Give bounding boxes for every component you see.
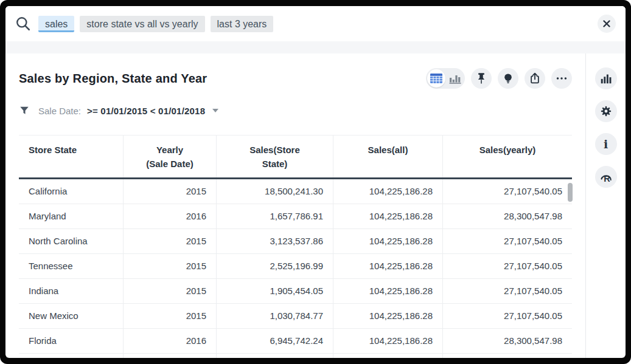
page-title: Sales by Region, State and Year — [19, 72, 207, 86]
cell-sales-yearly: 27,107,540.05 — [442, 304, 572, 328]
column-header-store-state[interactable]: Store State — [19, 136, 123, 177]
column-header-sales-yearly[interactable]: Sales(yearly) — [442, 136, 572, 177]
results-table: Store State Yearly (Sale Date) Sales(Sto… — [19, 135, 572, 358]
column-header-label: Sales(yearly) — [453, 143, 562, 157]
share-icon — [528, 72, 542, 85]
pushpin-icon — [475, 72, 488, 85]
cell-sales-yearly: 27,107,540.05 — [442, 229, 572, 253]
table-icon — [430, 74, 442, 83]
cell-store-state: California — [19, 179, 123, 204]
cell-store-state: New Mexico — [19, 304, 123, 328]
search-token-daterange[interactable]: last 3 years — [211, 16, 274, 32]
lightbulb-icon — [501, 72, 515, 85]
cell-sales-all: 104,225,186.28 — [333, 179, 442, 204]
sidebar-r-analysis-button[interactable]: R — [595, 166, 617, 188]
cell-sales-store-state: 3,123,537.86 — [216, 229, 333, 253]
cell-sales-yearly: 27,107,540.05 — [442, 179, 572, 204]
search-token-sales[interactable]: sales — [38, 16, 74, 32]
cell-store-state: Tennessee — [19, 254, 123, 278]
table-row-partial — [19, 354, 572, 358]
gear-icon — [599, 105, 613, 118]
close-icon — [603, 20, 610, 27]
cell-sales-yearly: 28,300,547.98 — [442, 329, 572, 353]
column-header-sales-all[interactable]: Sales(all) — [333, 136, 442, 177]
answer-panel: Sales by Region, State and Year — [5, 53, 585, 358]
table-row[interactable]: Indiana 2015 1,905,454.05 104,225,186.28… — [19, 279, 572, 304]
cell-yearly: 2015 — [123, 229, 216, 253]
column-header-label: State) — [226, 157, 323, 171]
cell-sales-all: 104,225,186.28 — [333, 229, 442, 253]
insights-button[interactable] — [498, 68, 518, 89]
cell-sales-all: 104,225,186.28 — [333, 279, 442, 303]
chevron-down-icon[interactable] — [212, 109, 218, 112]
cell-sales-store-state: 2,525,196.99 — [216, 254, 333, 278]
header-divider-band — [5, 41, 626, 53]
info-icon: i — [604, 139, 608, 150]
column-header-label: Store State — [29, 143, 113, 157]
search-icon — [15, 16, 31, 32]
sidebar-chart-config-button[interactable] — [595, 67, 617, 89]
sidebar-info-button[interactable]: i — [595, 133, 617, 155]
answer-toolbar — [426, 68, 572, 89]
cell-sales-all: 104,225,186.28 — [333, 204, 442, 228]
cell-yearly: 2016 — [123, 204, 216, 228]
cell-sales-all: 104,225,186.28 — [333, 254, 442, 278]
ellipsis-icon — [555, 72, 568, 85]
chart-view-button[interactable] — [445, 74, 465, 84]
table-view-button[interactable] — [427, 69, 445, 88]
svg-text:R: R — [604, 174, 610, 184]
column-header-label: Yearly — [133, 143, 206, 157]
table-row[interactable]: New Mexico 2015 1,030,784.77 104,225,186… — [19, 304, 572, 329]
filter-label: Sale Date: — [38, 106, 81, 116]
cell-sales-store-state: 1,030,784.77 — [216, 304, 333, 328]
table-row[interactable]: North Carolina 2015 3,123,537.86 104,225… — [19, 229, 572, 254]
table-row[interactable]: Maryland 2016 1,657,786.91 104,225,186.2… — [19, 204, 572, 229]
right-sidebar: i R — [585, 53, 626, 358]
filter-funnel-icon — [19, 105, 30, 116]
cell-yearly: 2016 — [123, 329, 216, 353]
sidebar-settings-button[interactable] — [595, 100, 617, 122]
bar-chart-icon — [599, 72, 613, 85]
table-row[interactable]: Tennessee 2015 2,525,196.99 104,225,186.… — [19, 254, 572, 279]
search-bar[interactable]: sales store state vs all vs yearly last … — [5, 6, 626, 41]
search-token-list: sales store state vs all vs yearly last … — [38, 16, 273, 32]
column-header-label: Sales(Store — [226, 143, 323, 157]
table-row[interactable]: California 2015 18,500,241.30 104,225,18… — [19, 179, 572, 204]
window-frame: sales store state vs all vs yearly last … — [0, 0, 631, 364]
cell-sales-yearly: 27,107,540.05 — [442, 254, 572, 278]
search-token-columns[interactable]: store state vs all vs yearly — [80, 16, 204, 32]
close-button[interactable] — [598, 15, 616, 33]
filter-value: >= 01/01/2015 < 01/01/2018 — [87, 106, 205, 116]
column-header-label: Sales(all) — [343, 143, 433, 157]
table-scrollbar-thumb[interactable] — [568, 183, 573, 202]
cell-yearly: 2015 — [123, 179, 216, 204]
cell-store-state: Indiana — [19, 279, 123, 303]
chart-icon — [449, 74, 461, 84]
cell-store-state: North Carolina — [19, 229, 123, 253]
cell-yearly: 2015 — [123, 254, 216, 278]
filter-row[interactable]: Sale Date: >= 01/01/2015 < 01/01/2018 — [19, 103, 572, 118]
cell-yearly: 2015 — [123, 279, 216, 303]
cell-sales-all: 104,225,186.28 — [333, 329, 442, 353]
pin-button[interactable] — [471, 68, 492, 89]
cell-yearly: 2015 — [123, 304, 216, 328]
column-header-yearly[interactable]: Yearly (Sale Date) — [123, 136, 216, 177]
answer-window: sales store state vs all vs yearly last … — [5, 6, 626, 358]
column-header-sales-store-state[interactable]: Sales(Store State) — [216, 136, 333, 177]
cell-sales-yearly: 28,300,547.98 — [442, 204, 572, 228]
cell-sales-all: 104,225,186.28 — [333, 304, 442, 328]
more-options-button[interactable] — [551, 68, 572, 89]
cell-sales-store-state: 1,657,786.91 — [216, 204, 333, 228]
table-row[interactable]: Florida 2016 6,945,742.24 104,225,186.28… — [19, 329, 572, 354]
cell-sales-store-state: 1,905,454.05 — [216, 279, 333, 303]
r-analysis-icon: R — [599, 170, 613, 184]
cell-store-state: Florida — [19, 329, 123, 353]
cell-sales-store-state: 6,945,742.24 — [216, 329, 333, 353]
column-header-label: (Sale Date) — [133, 157, 206, 171]
cell-sales-store-state: 18,500,241.30 — [216, 179, 333, 204]
view-toggle[interactable] — [426, 68, 465, 89]
cell-sales-yearly: 27,107,540.05 — [442, 279, 572, 303]
cell-store-state: Maryland — [19, 204, 123, 228]
table-header-row: Store State Yearly (Sale Date) Sales(Sto… — [19, 135, 572, 179]
share-button[interactable] — [525, 68, 545, 89]
